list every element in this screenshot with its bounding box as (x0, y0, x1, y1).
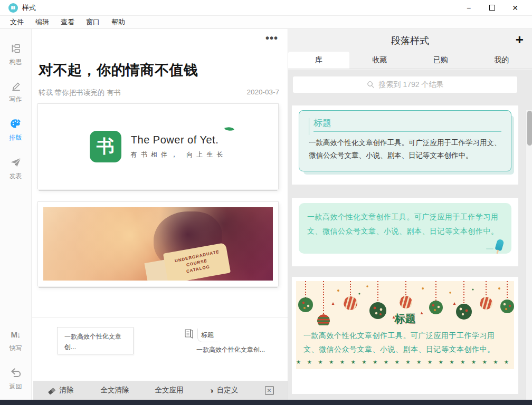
format-toolbar: 清除 全文清除 全文应用 ◑ 自定义 ✕ (33, 381, 288, 400)
minimize-button[interactable]: − (457, 1, 480, 15)
tab-library[interactable]: 库 (288, 52, 349, 69)
panel-title: 段落样式 (391, 34, 429, 47)
sidebar-item-write[interactable]: 写作 (0, 80, 31, 104)
return-arrow-icon (10, 367, 22, 379)
panel-header: 段落样式 + (288, 29, 532, 52)
pencil-icon (10, 80, 22, 92)
style-body-text: 一款高效个性化文章创作工具。可广泛应用于工作学习用文、微信公众号文章、小说、剧本… (303, 329, 507, 356)
preview-body-text: 一款高效个性化文章创... (196, 345, 277, 354)
close-box-icon: ✕ (265, 386, 274, 395)
preview-title-text: 标题 (201, 331, 214, 339)
apply-all-button[interactable]: 全文应用 (142, 385, 196, 395)
palette-icon (10, 118, 22, 130)
app-window: 样式 − ✕ 文件 编辑 查看 窗口 帮助 构思 (0, 0, 532, 405)
style-tabs: 库 收藏 已购 我的 (288, 52, 532, 69)
style-search-input[interactable]: 搜索到 1792 个结果 (293, 76, 517, 93)
article-meta: 转载 带你把书读完的 有书 2020-03-7 (39, 88, 279, 98)
customize-label: 自定义 (217, 385, 239, 395)
teal-horizontal-rule (314, 131, 501, 132)
menu-file[interactable]: 文件 (4, 17, 30, 27)
sidebar-item-label: 构思 (10, 57, 22, 66)
menu-help[interactable]: 帮助 (106, 17, 131, 27)
popsicle-icon (495, 239, 504, 252)
quickwrite-md-icon: M↓ (11, 329, 21, 341)
add-style-button[interactable]: + (516, 31, 524, 48)
article-byline: 转载 带你把书读完的 有书 (39, 88, 121, 98)
sidebar-item-label: 写作 (10, 95, 22, 104)
preview-title-callout: 标题 (197, 329, 218, 342)
article-title: 对不起，你的情商不值钱 (39, 61, 271, 80)
article-date: 2020-03-7 (246, 88, 279, 98)
sidebar-item-publish[interactable]: 发表 (0, 156, 31, 181)
maximize-button[interactable] (480, 1, 504, 15)
youshu-logo-icon: 书 (90, 131, 121, 162)
sidebar-item-label: 返回 (10, 382, 22, 391)
page-book-icon (185, 329, 194, 339)
sidebar-item-label: 发表 (10, 172, 22, 181)
close-button[interactable]: ✕ (504, 1, 527, 15)
style-body-text: 一款高效个性化文章创作工具。可广泛应用于工作学习用文、微信公众号文章、小说、剧本… (307, 210, 503, 238)
tab-purchased[interactable]: 已购 (410, 52, 471, 69)
section-divider (32, 317, 288, 317)
more-options-icon[interactable]: ••• (265, 32, 278, 44)
apply-all-label: 全文应用 (155, 385, 184, 395)
style-list: 搜索到 1792 个结果 标题 一款高效个性化文章创作工具。可广泛应用于工作学习… (288, 70, 532, 400)
menu-edit[interactable]: 编辑 (30, 17, 55, 27)
preview-title-row: 标题 (185, 329, 277, 342)
photo-book-caption: UNDERGRADUATE COURSE CATALOG (174, 249, 220, 277)
menu-view[interactable]: 查看 (55, 17, 80, 27)
brand-logo-card[interactable]: 书 The Power of Yet. 有书相伴， 向上生长 (37, 103, 279, 189)
app-logo-icon (8, 3, 18, 13)
clear-label: 清除 (60, 385, 74, 395)
photo-card[interactable]: UNDERGRADUATE COURSE CATALOG (37, 201, 279, 286)
tab-favorites[interactable]: 收藏 (349, 52, 411, 69)
tab-mine[interactable]: 我的 (471, 52, 532, 69)
panel-scrollbar-thumb[interactable] (527, 111, 532, 146)
leaf-icon (224, 125, 234, 132)
window-controls: − ✕ (457, 1, 527, 15)
teal-style-preview: 标题 一款高效个性化文章创作工具。可广泛应用于工作学习用文、微信公众号文章、小说… (299, 110, 511, 171)
brand-tagline-en: The Power of Yet. (131, 134, 226, 146)
teal-vertical-rule (309, 118, 309, 135)
style-preview-titled[interactable]: 标题 一款高效个性化文章创... (185, 329, 277, 354)
clear-all-label: 全文清除 (101, 385, 129, 395)
clear-button[interactable]: 清除 (33, 385, 88, 395)
search-result-text: 搜索到 1792 个结果 (379, 80, 444, 90)
window-title: 样式 (22, 3, 36, 13)
star-divider: ★ ★ ★ ★ ★ ★ ★ ★ ★ ★ ★ ★ ★ ★ ★ ★ ★ ★ ★ ★ … (296, 359, 514, 365)
sidebar-item-back[interactable]: 返回 (0, 367, 31, 391)
christmas-style-preview: 标题 一款高效个性化文章创作工具。可广泛应用于工作学习用文、微信公众号文章、小说… (296, 281, 514, 369)
panel-scrollbar[interactable] (526, 110, 532, 405)
menu-window[interactable]: 窗口 (80, 17, 106, 27)
outline-tree-icon (10, 43, 22, 54)
eraser-icon (48, 387, 56, 394)
style-title-text: 标题 (314, 118, 331, 128)
brand-taglines: The Power of Yet. 有书相伴， 向上生长 (131, 134, 226, 159)
teal-heading-row: 标题 (309, 117, 501, 132)
style-card-christmas[interactable]: 标题 一款高效个性化文章创作工具。可广泛应用于工作学习用文、微信公众号文章、小说… (292, 277, 518, 394)
title-bar: 样式 − ✕ (0, 0, 532, 16)
style-preview-plain[interactable]: 一款高效个性化文章创... (57, 327, 134, 354)
brand-tagline-cn: 有书相伴， 向上生长 (131, 150, 226, 159)
popsicle-sparkle (486, 248, 493, 249)
sidebar-item-label: 排版 (10, 133, 22, 142)
menu-bar: 文件 编辑 查看 窗口 帮助 (0, 16, 532, 28)
sidebar-item-typeset[interactable]: 排版 (0, 118, 31, 142)
mint-style-preview: 一款高效个性化文章创作工具。可广泛应用于工作学习用文、微信公众号文章、小说、剧本… (299, 203, 511, 254)
clear-all-button[interactable]: 全文清除 (88, 385, 142, 395)
left-sidebar: 构思 写作 排版 发表 (0, 29, 32, 400)
editor-area: ••• 对不起，你的情商不值钱 转载 带你把书读完的 有书 2020-03-7 … (32, 29, 288, 400)
article-photo: UNDERGRADUATE COURSE CATALOG (43, 207, 273, 281)
toggle-icon: ◑ (209, 386, 214, 395)
style-card-mint-quote[interactable]: 一款高效个性化文章创作工具。可广泛应用于工作学习用文、微信公众号文章、小说、剧本… (292, 198, 518, 266)
sidebar-item-label: 快写 (10, 344, 22, 353)
customize-button[interactable]: ◑ 自定义 (196, 385, 251, 395)
style-card-teal-heading[interactable]: 标题 一款高效个性化文章创作工具。可广泛应用于工作学习用文、微信公众号文章、小说… (292, 105, 518, 185)
sidebar-item-outline[interactable]: 构思 (0, 43, 31, 66)
close-panel-button[interactable]: ✕ (251, 386, 288, 395)
style-body-text: 一款高效个性化文章创作工具。可广泛应用于工作学习用文、微信公众号文章、小说、剧本… (309, 137, 501, 162)
sidebar-item-quickwrite[interactable]: M↓ 快写 (0, 329, 31, 353)
bottom-dark-strip (0, 400, 532, 405)
paper-plane-icon (10, 156, 22, 169)
paragraph-style-panel: 段落样式 + 库 收藏 已购 我的 搜索到 1792 个结果 (288, 29, 532, 400)
